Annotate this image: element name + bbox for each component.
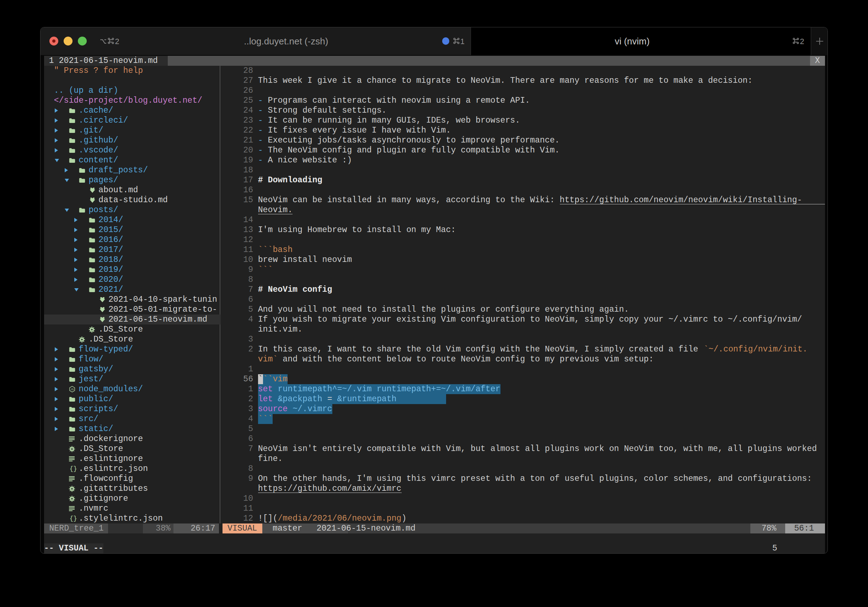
svg-text:JS: JS bbox=[71, 388, 74, 391]
